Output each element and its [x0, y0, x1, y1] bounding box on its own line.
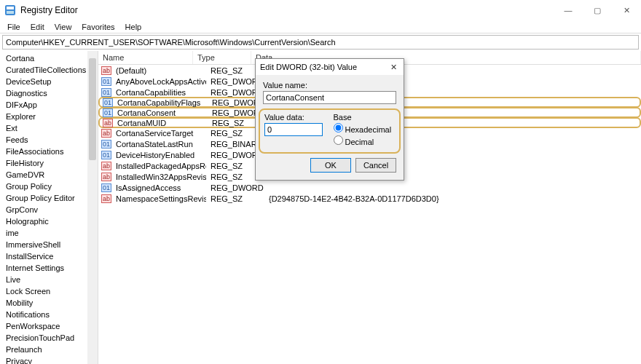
list-row[interactable]: 01IsAssignedAccessREG_DWORD	[98, 182, 641, 193]
value-name-input[interactable]	[263, 91, 396, 104]
menu-help[interactable]: Help	[121, 21, 146, 33]
cell-name: CortanaCapabilities	[111, 88, 206, 97]
edit-dword-dialog: Edit DWORD (32-bit) Value ✕ Value name: …	[255, 58, 404, 181]
menu-edit[interactable]: Edit	[26, 21, 49, 33]
tree-item[interactable]: Cortana	[0, 52, 98, 64]
cell-name: CortanaCapabilityFlags	[113, 98, 208, 107]
cell-name: DeviceHistoryEnabled	[111, 151, 206, 159]
tree-item[interactable]: Privacy	[0, 355, 98, 364]
value-data-label: Value data:	[264, 113, 326, 122]
cell-name: CortanaStateLastRun	[111, 140, 206, 149]
tree-panel: CortanaCuratedTileCollectionsDeviceSetup…	[0, 51, 98, 364]
dword-icon: 01	[103, 98, 113, 107]
tree-item[interactable]: Internet Settings	[0, 262, 98, 274]
tree-item[interactable]: ImmersiveShell	[0, 239, 98, 250]
dword-icon: 01	[103, 108, 113, 117]
tree-item[interactable]: GameDVR	[0, 169, 98, 181]
cell-name: CortanaMUID	[113, 119, 208, 127]
dword-icon: 01	[101, 151, 111, 159]
tree-item[interactable]: GrpConv	[0, 204, 98, 215]
list-row[interactable]: abNamespaceSettingsRevisionREG_SZ{D29487…	[98, 193, 641, 204]
menu-favorites[interactable]: Favorites	[77, 21, 119, 33]
string-icon: ab	[101, 66, 111, 75]
cell-data: {D294875D-14E2-4B42-B32A-0D1177D6D3D0}	[264, 194, 641, 203]
titlebar: Registry Editor — ▢ ✕	[0, 0, 641, 20]
menubar: File Edit View Favorites Help	[0, 20, 641, 33]
string-icon: ab	[103, 119, 113, 127]
tree-item[interactable]: FileAssociations	[0, 146, 98, 157]
dword-icon: 01	[101, 77, 111, 86]
tree-item[interactable]: Group Policy	[0, 181, 98, 192]
cell-name: AnyAboveLockAppsActive	[111, 77, 206, 86]
tree-item[interactable]: Feeds	[0, 134, 98, 146]
tree-item[interactable]: DeviceSetup	[0, 76, 98, 87]
menu-file[interactable]: File	[3, 21, 25, 33]
radio-hex[interactable]: Hexadecimal	[334, 123, 396, 134]
tree-item[interactable]: Holographic	[0, 215, 98, 227]
cancel-button[interactable]: Cancel	[355, 158, 396, 173]
tree-item[interactable]: Live	[0, 274, 98, 285]
tree-scrollbar[interactable]	[87, 51, 98, 364]
header-type[interactable]: Type	[193, 51, 251, 64]
radio-dec[interactable]: Decimal	[334, 135, 396, 146]
tree-item[interactable]: PrecisionTouchPad	[0, 332, 98, 344]
svg-rect-1	[7, 7, 14, 9]
window-title: Registry Editor	[20, 5, 554, 15]
tree-item[interactable]: PenWorkspace	[0, 320, 98, 332]
cell-name: CortanaServiceTarget	[111, 129, 206, 138]
base-label: Base	[334, 113, 396, 122]
cell-name: (Default)	[111, 66, 206, 75]
cell-type: REG_SZ	[206, 194, 264, 203]
address-bar[interactable]: Computer\HKEY_CURRENT_USER\SOFTWARE\Micr…	[2, 35, 639, 50]
address-text: Computer\HKEY_CURRENT_USER\SOFTWARE\Micr…	[6, 38, 336, 47]
tree-item[interactable]: FileHistory	[0, 157, 98, 169]
header-name[interactable]: Name	[98, 51, 193, 64]
cell-type: REG_DWORD	[206, 183, 264, 192]
tree-item[interactable]: CuratedTileCollections	[0, 64, 98, 76]
dialog-close-button[interactable]: ✕	[388, 63, 399, 72]
menu-view[interactable]: View	[50, 21, 76, 33]
cell-name: IsAssignedAccess	[111, 183, 206, 192]
maximize-button[interactable]: ▢	[583, 0, 612, 20]
tree-item[interactable]: Prelaunch	[0, 344, 98, 355]
tree-item[interactable]: DIFxApp	[0, 99, 98, 111]
string-icon: ab	[101, 173, 111, 181]
minimize-button[interactable]: —	[554, 0, 583, 20]
value-data-input[interactable]	[264, 123, 323, 136]
tree-item[interactable]: Ext	[0, 122, 98, 134]
svg-rect-2	[7, 11, 14, 14]
regedit-icon	[4, 4, 16, 16]
cell-name: NamespaceSettingsRevision	[111, 194, 206, 203]
tree-item[interactable]: Diagnostics	[0, 87, 98, 99]
cell-name: InstalledWin32AppsRevision	[111, 173, 206, 181]
dword-icon: 01	[101, 140, 111, 149]
string-icon: ab	[101, 129, 111, 138]
tree-item[interactable]: Notifications	[0, 309, 98, 320]
close-button[interactable]: ✕	[612, 0, 641, 20]
dword-icon: 01	[101, 88, 111, 97]
tree-item[interactable]: Mobility	[0, 297, 98, 309]
cell-name: CortanaConsent	[113, 108, 208, 117]
tree-item[interactable]: InstallService	[0, 250, 98, 262]
tree-item[interactable]: ime	[0, 227, 98, 239]
string-icon: ab	[101, 194, 111, 203]
tree-item[interactable]: Explorer	[0, 111, 98, 122]
dword-icon: 01	[101, 183, 111, 192]
tree-item[interactable]: Lock Screen	[0, 285, 98, 297]
dialog-title: Edit DWORD (32-bit) Value	[260, 63, 388, 71]
tree-item[interactable]: Group Policy Editor	[0, 192, 98, 204]
value-name-label: Value name:	[263, 81, 396, 90]
cell-name: InstalledPackagedAppsRevision	[111, 162, 206, 170]
ok-button[interactable]: OK	[310, 158, 351, 173]
string-icon: ab	[101, 162, 111, 170]
